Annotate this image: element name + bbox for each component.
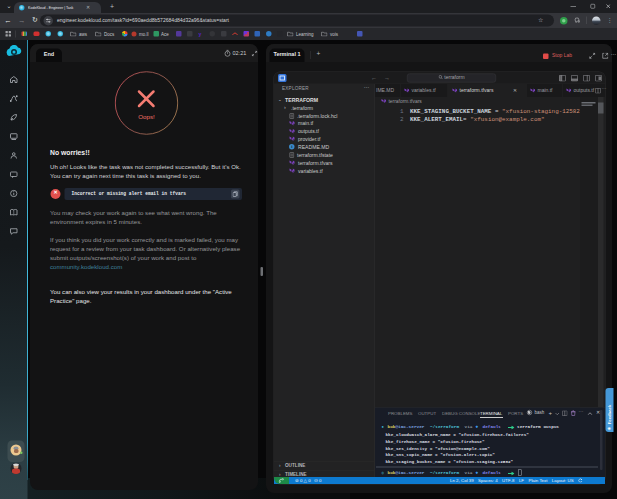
svg-text:Oops!: Oops! xyxy=(138,113,155,120)
